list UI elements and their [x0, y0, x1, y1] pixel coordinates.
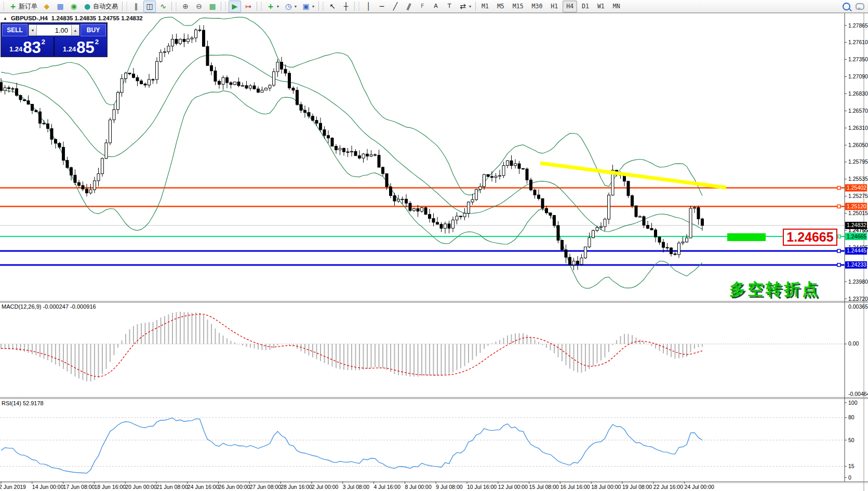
zoom-out-button-icon: ⊖: [195, 3, 203, 10]
line-chart-button[interactable]: ∿: [157, 1, 169, 12]
arrows-tool-dropdown-icon[interactable]: ▾: [469, 4, 471, 9]
chart-shift-button[interactable]: ↦: [242, 1, 255, 12]
search-button[interactable]: [840, 1, 852, 12]
timeframe-m1-button[interactable]: M1: [478, 1, 492, 12]
timeframe-h1-button[interactable]: H1: [547, 1, 562, 12]
candle-up: [495, 176, 497, 177]
text-tool-icon: A: [432, 3, 440, 10]
timeframe-m30-button[interactable]: M30: [528, 1, 546, 12]
new-order-button[interactable]: +新订单: [7, 1, 39, 12]
collapse-panel-icon[interactable]: ▲: [3, 16, 7, 21]
candle-down: [354, 151, 357, 155]
cursor-tool-button[interactable]: ↖: [326, 1, 339, 12]
level-handle[interactable]: [837, 187, 840, 190]
market-watch-button[interactable]: ▦: [54, 1, 66, 12]
price-tick-label: 1.25015: [848, 210, 868, 216]
candlestick-chart-button[interactable]: ◫: [143, 1, 156, 12]
candle-down: [510, 161, 513, 165]
green-highlight-bar[interactable]: [727, 233, 766, 241]
price-tick-label: 1.27090: [848, 73, 868, 79]
arrows-tool[interactable]: ⇄▾: [457, 1, 473, 12]
auto-trading-button[interactable]: ●自动交易: [81, 1, 120, 12]
chat-button[interactable]: [853, 1, 866, 12]
zoom-in-button[interactable]: ⊕: [179, 1, 192, 12]
trendline-tool[interactable]: ╱: [389, 1, 402, 12]
indicators-button[interactable]: +▾: [264, 1, 281, 12]
candle-down: [66, 161, 69, 168]
chart-canvas[interactable]: 1.278651.276101.273501.270901.268301.265…: [0, 13, 868, 491]
candle-down: [553, 215, 556, 225]
volume-input[interactable]: [37, 24, 71, 36]
timeframe-h4-button[interactable]: H4: [563, 1, 577, 12]
time-axis-label: 2 Jun 2019: [0, 484, 26, 490]
bar-chart-button[interactable]: ∥: [130, 1, 142, 12]
price-badge-label: 1.24665: [847, 233, 866, 240]
buy-price[interactable]: 1.24852: [55, 37, 107, 56]
tile-windows-button[interactable]: ▦: [206, 1, 219, 12]
buy-button[interactable]: BUY: [81, 24, 106, 36]
vertical-line-tool[interactable]: │: [362, 1, 375, 12]
price-tick-label: 1.23720: [848, 296, 868, 302]
chart-window: 1.278651.276101.273501.270901.268301.265…: [0, 13, 868, 491]
candle-down: [549, 213, 552, 216]
candle-up: [514, 164, 517, 166]
candle-up: [588, 238, 591, 247]
periods-button[interactable]: ◷▾: [282, 1, 299, 12]
zoom-out-button[interactable]: ⊖: [193, 1, 205, 12]
text-label-tool[interactable]: T: [443, 1, 456, 12]
price-callout-box[interactable]: 1.24665: [783, 229, 837, 246]
arrows-tool-icon: ⇄: [459, 3, 467, 10]
periods-button-dropdown-icon[interactable]: ▾: [295, 4, 297, 9]
indicators-button-dropdown-icon[interactable]: ▾: [277, 4, 279, 9]
candle-down: [393, 195, 396, 201]
chart-text-annotation[interactable]: 多空转折点: [729, 278, 820, 300]
timeframe-w1-button[interactable]: W1: [594, 1, 608, 12]
candle-down: [198, 30, 201, 31]
equidistant-channel-tool[interactable]: ∥: [403, 1, 415, 12]
yellow-trendline[interactable]: [540, 163, 726, 188]
candle-up: [693, 207, 696, 208]
candle-down: [662, 242, 665, 247]
crosshair-tool-button[interactable]: ┼: [340, 1, 352, 12]
templates-button-dropdown-icon[interactable]: ▾: [312, 4, 314, 9]
candle-up: [191, 38, 193, 39]
candle-down: [522, 168, 525, 169]
sell-price[interactable]: 1.24832: [1, 37, 54, 56]
sell-button[interactable]: SELL: [2, 24, 28, 36]
candle-down: [545, 208, 548, 213]
volume-increase-button[interactable]: ▲: [71, 24, 79, 36]
candle-up: [608, 195, 610, 219]
timeframe-m5-button[interactable]: M5: [493, 1, 508, 12]
candle-down: [70, 167, 73, 175]
auto-scroll-button[interactable]: ▶: [229, 1, 241, 12]
auto-trading-button-icon: ●: [83, 3, 91, 10]
price-badge-label: 1.24445: [847, 247, 866, 254]
candle-down: [55, 139, 57, 143]
volume-decrease-button[interactable]: ▼: [29, 24, 37, 36]
text-tool[interactable]: A: [430, 1, 442, 12]
time-axis-label: 16 Jul 16:00: [560, 484, 590, 490]
candle-down: [304, 110, 306, 112]
templates-button[interactable]: ▣▾: [300, 1, 316, 12]
candle-up: [639, 217, 642, 217]
candle-down: [366, 154, 369, 156]
level-handle[interactable]: [837, 205, 840, 208]
timeframe-d1-button[interactable]: D1: [578, 1, 593, 12]
time-axis-label: 27 Jun 08:00: [249, 484, 281, 490]
horizontal-line-tool[interactable]: ─: [376, 1, 388, 12]
toolbar-grip: [322, 2, 324, 10]
timeframe-m15-button[interactable]: M15: [509, 1, 527, 12]
signals-button[interactable]: ◉: [68, 1, 80, 12]
timeframe-mn-button[interactable]: MN: [609, 1, 624, 12]
candle-up: [370, 155, 372, 156]
candle-up: [572, 261, 575, 264]
candle-down: [670, 248, 673, 254]
chart-profile-button[interactable]: ◆: [41, 1, 53, 12]
candle-down: [206, 46, 209, 65]
level-handle[interactable]: [837, 249, 840, 253]
candle-down: [331, 138, 333, 147]
candle-down: [62, 147, 65, 160]
fibonacci-tool[interactable]: F: [416, 1, 429, 12]
level-handle[interactable]: [837, 263, 840, 267]
candle-down: [436, 222, 439, 224]
